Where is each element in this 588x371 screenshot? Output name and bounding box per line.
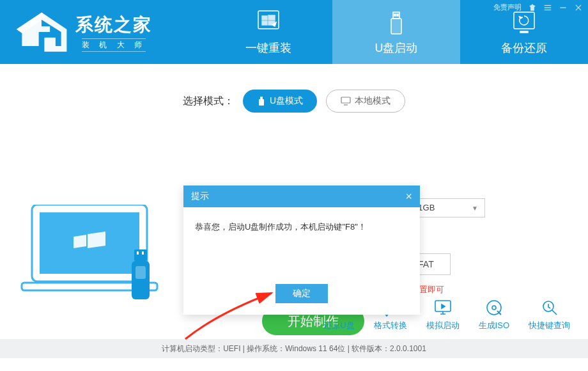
svg-rect-18 <box>134 249 147 261</box>
tool-simulate-boot[interactable]: 模拟启动 <box>426 298 460 331</box>
hotkey-icon <box>540 298 559 317</box>
tool-iso-label: 生成ISO <box>479 320 509 331</box>
iso-icon <box>484 298 504 317</box>
house-icon <box>13 10 70 54</box>
logo-subtitle: 装 机 大 师 <box>82 38 146 52</box>
minimize-icon[interactable] <box>559 3 568 12</box>
svg-rect-3 <box>560 7 566 8</box>
dialog-close-button[interactable]: × <box>405 190 412 203</box>
skin-icon[interactable] <box>528 3 537 12</box>
svg-rect-9 <box>397 14 398 16</box>
dialog-ok-button[interactable]: 确定 <box>275 284 328 303</box>
logo-title: 系统之家 <box>75 13 152 37</box>
windows-reinstall-icon <box>254 8 282 36</box>
tool-format-label: 格式转换 <box>374 320 407 331</box>
logo-area: 系统之家 装 机 大 师 <box>0 10 205 54</box>
svg-rect-12 <box>259 99 264 106</box>
tool-simulate-label: 模拟启动 <box>426 320 460 331</box>
svg-rect-19 <box>137 251 139 255</box>
content-area: 选择模式： U盘模式 本地模式 ）26.91GB ▼ exFAT 认配置即可 开… <box>0 64 588 339</box>
tool-hotkey-label: 快捷键查询 <box>529 320 570 331</box>
svg-rect-11 <box>520 31 528 33</box>
nav-usb-label: U盘启动 <box>375 40 418 56</box>
dialog-message: 恭喜您，启动U盘制作成功，本机启动键"F8"！ <box>183 207 420 284</box>
usb-mode-button[interactable]: U盘模式 <box>243 90 317 113</box>
svg-rect-1 <box>545 7 552 8</box>
simulate-boot-icon <box>433 298 453 317</box>
svg-rect-5 <box>391 19 401 34</box>
close-icon[interactable] <box>574 3 583 12</box>
status-bar: 计算机启动类型：UEFI | 操作系统：Windows 11 64位 | 软件版… <box>0 339 588 358</box>
svg-rect-0 <box>545 4 552 5</box>
mode-selector: 选择模式： U盘模式 本地模式 <box>0 64 588 113</box>
svg-rect-14 <box>341 97 350 103</box>
dialog-title: 提示 <box>191 191 209 202</box>
local-mode-button[interactable]: 本地模式 <box>326 90 405 113</box>
mode-label: 选择模式： <box>183 95 234 108</box>
nav-usb[interactable]: U盘启动 <box>332 0 460 64</box>
success-dialog: 提示 × 恭喜您，启动U盘制作成功，本机启动键"F8"！ 确定 <box>183 186 420 315</box>
svg-rect-20 <box>142 251 144 255</box>
usb-boot-icon <box>382 8 410 36</box>
tool-hotkey-query[interactable]: 快捷键查询 <box>529 298 570 331</box>
tool-generate-iso[interactable]: 生成ISO <box>479 298 509 331</box>
svg-rect-22 <box>135 266 146 279</box>
menu-icon[interactable] <box>543 3 552 12</box>
nav-backup-label: 备份还原 <box>501 40 547 56</box>
local-mode-label: 本地模式 <box>355 95 391 107</box>
dialog-ok-label: 确定 <box>293 288 311 299</box>
chevron-down-icon: ▼ <box>472 205 478 212</box>
tool-restore-label: 还原U盘 <box>323 320 354 331</box>
svg-rect-2 <box>545 9 552 10</box>
laptop-illustration <box>19 205 173 313</box>
status-text: 计算机启动类型：UEFI | 操作系统：Windows 11 64位 | 软件版… <box>162 343 426 354</box>
monitor-icon <box>341 97 351 106</box>
window-controls: 免责声明 <box>493 3 583 12</box>
svg-rect-8 <box>394 14 396 16</box>
nav-reinstall-label: 一键重装 <box>245 40 291 56</box>
dialog-header: 提示 × <box>183 186 420 207</box>
usb-icon <box>257 96 266 106</box>
disclaimer-link[interactable]: 免责声明 <box>493 3 522 12</box>
svg-rect-10 <box>514 12 534 29</box>
nav-reinstall[interactable]: 一键重装 <box>205 0 332 64</box>
backup-restore-icon <box>510 8 538 36</box>
usb-mode-label: U盘模式 <box>270 95 303 107</box>
app-header: 免责声明 系统之家 装 机 大 师 一键重装 U盘启动 备份还原 <box>0 0 588 64</box>
svg-point-28 <box>492 306 496 310</box>
svg-rect-13 <box>260 97 263 99</box>
